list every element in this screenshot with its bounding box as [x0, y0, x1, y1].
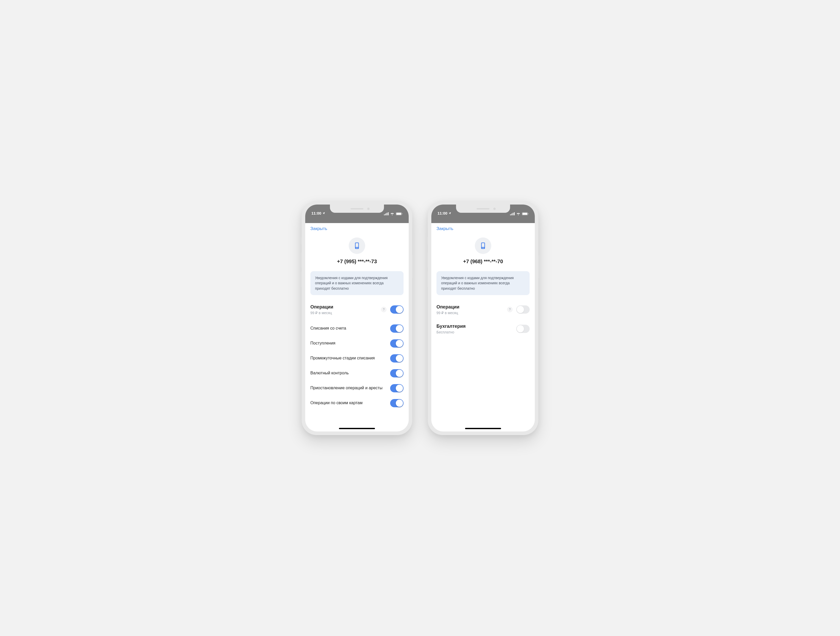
settings-section-header: Бухгалтерия Бесплатно — [436, 321, 530, 340]
status-time: 11:00 — [437, 211, 447, 215]
svg-rect-0 — [384, 214, 385, 215]
setting-row: Поступления — [310, 336, 404, 351]
svg-point-18 — [483, 248, 483, 249]
setting-row: Промежуточные стадии списания — [310, 351, 404, 366]
help-icon[interactable]: ? — [507, 307, 513, 312]
settings-section-header: Операции 99 ₽ в месяц ? — [436, 302, 530, 321]
cellular-signal-icon — [384, 212, 388, 215]
info-banner: Уведомления с кодами для подтверждения о… — [310, 271, 404, 295]
section-title: Бухгалтерия — [436, 324, 516, 329]
phone-screen: 11:00 Закрыть +7 (968) ***-**-70 Уведомл… — [431, 205, 535, 431]
section-title: Операции — [310, 305, 381, 310]
setting-row-label: Списания со счета — [310, 326, 350, 331]
svg-rect-12 — [513, 213, 513, 215]
svg-rect-11 — [512, 213, 512, 215]
svg-rect-19 — [482, 243, 484, 247]
svg-rect-3 — [388, 212, 388, 215]
setting-row-toggle[interactable] — [390, 369, 404, 377]
setting-row-toggle[interactable] — [390, 324, 404, 333]
svg-rect-10 — [510, 214, 511, 215]
setting-row: Операции по своим картам — [310, 396, 404, 410]
svg-point-8 — [357, 248, 357, 249]
location-icon — [448, 212, 452, 215]
header-icon-circle — [475, 237, 491, 254]
section-title: Операции — [436, 305, 507, 310]
section-toggle[interactable] — [516, 325, 530, 333]
info-banner: Уведомления с кодами для подтверждения о… — [436, 271, 530, 295]
phone-mockup: 11:00 Закрыть +7 (995) ***-**-73 Уведомл… — [302, 201, 412, 435]
section-subtitle: 99 ₽ в месяц — [436, 311, 507, 315]
phone-screen: 11:00 Закрыть +7 (995) ***-**-73 Уведомл… — [305, 205, 409, 431]
close-button[interactable]: Закрыть — [310, 226, 327, 231]
svg-rect-6 — [402, 213, 403, 214]
close-button[interactable]: Закрыть — [436, 226, 453, 231]
home-indicator — [339, 428, 375, 429]
battery-icon — [522, 212, 529, 215]
notch — [456, 205, 510, 213]
section-toggle[interactable] — [516, 305, 530, 314]
phone-number: +7 (968) ***-**-70 — [436, 259, 530, 265]
help-icon[interactable]: ? — [381, 307, 387, 312]
phone-device-icon — [353, 242, 361, 249]
setting-row-toggle[interactable] — [390, 399, 404, 407]
setting-row-label: Поступления — [310, 341, 339, 346]
setting-row-toggle[interactable] — [390, 339, 404, 347]
header-icon-circle — [349, 237, 365, 254]
setting-row-toggle[interactable] — [390, 354, 404, 363]
setting-row: Приостановление операций и аресты — [310, 381, 404, 396]
phone-mockup: 11:00 Закрыть +7 (968) ***-**-70 Уведомл… — [428, 201, 538, 435]
cellular-signal-icon — [510, 212, 515, 215]
svg-rect-2 — [387, 213, 387, 215]
section-subtitle: Бесплатно — [436, 330, 516, 334]
svg-rect-9 — [356, 243, 358, 247]
status-time: 11:00 — [311, 211, 321, 215]
setting-row-label: Промежуточные стадии списания — [310, 355, 379, 361]
wifi-icon — [516, 212, 520, 215]
nav-bar: Закрыть — [305, 223, 409, 234]
svg-rect-15 — [523, 213, 527, 215]
notch — [330, 205, 384, 213]
setting-row-label: Валютный контроль — [310, 371, 353, 376]
setting-row-label: Приостановление операций и аресты — [310, 385, 387, 391]
svg-rect-1 — [385, 213, 386, 215]
section-toggle[interactable] — [390, 305, 404, 314]
settings-section-header: Операции 99 ₽ в месяц ? — [310, 302, 404, 321]
phone-device-icon — [479, 242, 487, 249]
setting-row-toggle[interactable] — [390, 384, 404, 392]
setting-row: Валютный контроль — [310, 366, 404, 381]
svg-rect-5 — [396, 213, 401, 215]
svg-rect-16 — [528, 213, 529, 214]
location-icon — [322, 212, 325, 215]
svg-rect-13 — [514, 212, 515, 215]
wifi-icon — [390, 212, 394, 215]
home-indicator — [465, 428, 501, 429]
setting-row-label: Операции по своим картам — [310, 400, 367, 406]
battery-icon — [396, 212, 403, 215]
phone-number: +7 (995) ***-**-73 — [310, 259, 404, 265]
setting-row: Списания со счета — [310, 321, 404, 336]
section-subtitle: 99 ₽ в месяц — [310, 311, 381, 315]
nav-bar: Закрыть — [431, 223, 535, 234]
